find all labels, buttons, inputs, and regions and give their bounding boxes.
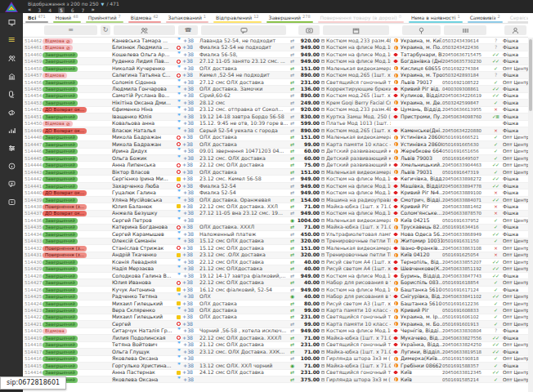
tracking-number[interactable]: 0503243422436 xyxy=(442,44,488,51)
table-row[interactable]: 514462Відмова⊘Каневська Тамара ...*+38Ла… xyxy=(23,38,528,44)
tracking-number[interactable]: 0501691617124 xyxy=(442,287,488,293)
sidebar-item-settings-sliders-icon[interactable] xyxy=(0,139,23,157)
tab-прийнятий[interactable]: Прийнятий7 xyxy=(83,13,126,23)
header-barcode-icon[interactable] xyxy=(444,25,486,35)
tracking-number[interactable]: 0501691631150 xyxy=(442,238,488,244)
client-phone[interactable]: +38 xyxy=(177,176,199,182)
tracking-number[interactable]: 20450636715475 xyxy=(442,51,488,58)
table-row[interactable]: 514427ЗавершенийЮлия Иванова+3822.12 смс… xyxy=(23,279,528,286)
client-phone[interactable]: +38 xyxy=(177,287,199,293)
pagination-page-5[interactable]: 5 xyxy=(58,7,65,13)
header-chat-icon[interactable] xyxy=(201,25,286,35)
client-phone[interactable]: *+38 xyxy=(177,51,199,58)
table-row[interactable]: 514440ДО Возврат ок...Гуцалюк Галина*+38… xyxy=(23,189,528,196)
table-row[interactable]: 514414ЗавершенийАнна Пастернак+3824.12 с… xyxy=(23,370,528,376)
tracking-number[interactable]: 0501691606102 xyxy=(442,314,488,320)
sidebar-item-video-tutorials-icon[interactable] xyxy=(0,193,23,211)
tab-нема-в-наявності[interactable]: Нема в наявності1 xyxy=(406,13,465,23)
table-row[interactable]: 514443ЗавершенийВіктор Власов+38ОЛХ дост… xyxy=(23,169,528,176)
client-phone[interactable]: *+38 xyxy=(177,307,199,314)
tracking-number[interactable]: 0501691649507 xyxy=(442,155,488,162)
table-row[interactable]: 514453ЗавершенийНікітіна Оксана Дми...*+… xyxy=(23,100,528,106)
table-row[interactable]: 514421ЗавершенийСергей+38⇄99.00Карта пам… xyxy=(23,321,528,327)
sidebar-item-board-icon[interactable] xyxy=(0,13,23,31)
tracking-number[interactable]: 20450633824250 xyxy=(442,341,488,348)
client-phone[interactable]: +38 xyxy=(177,301,199,307)
client-phone[interactable]: *+38 xyxy=(177,363,199,369)
tracking-number[interactable]: 0501691637952 xyxy=(442,217,488,224)
table-row[interactable]: 514454ЗавершенийСамотій Руслана Во...*+3… xyxy=(23,93,528,100)
client-phone[interactable]: *+38 xyxy=(177,148,199,154)
client-phone[interactable]: *+38 xyxy=(177,210,199,216)
header-pin-icon[interactable] xyxy=(402,25,441,35)
header-person-icon[interactable] xyxy=(504,25,526,35)
pagination-page-7[interactable]: 7 xyxy=(81,7,86,13)
client-phone[interactable]: +38 xyxy=(177,335,199,341)
client-phone[interactable]: *+38 xyxy=(177,86,199,92)
tracking-number[interactable]: 20450634226619 xyxy=(442,92,488,99)
table-row[interactable]: 514437ДО Возврат ок...Анжела Безушку*+38… xyxy=(23,211,528,217)
table-row[interactable]: 514417ЗавершенийОльга Глущук*+3823.12 см… xyxy=(23,349,528,355)
tracking-number[interactable]: 0501691590818 xyxy=(442,355,488,362)
client-phone[interactable]: *+38 xyxy=(177,100,199,106)
tracking-number[interactable]: 20450633898272 xyxy=(442,176,488,182)
client-phone[interactable]: *+38 xyxy=(177,92,199,99)
table-row[interactable]: 514439ЗавершенийУляна Мусійовська*+38ОЛХ… xyxy=(23,197,528,203)
table-row[interactable]: 514415ЗавершенийГоргулько Христина...*+3… xyxy=(23,363,528,369)
client-phone[interactable]: +38 xyxy=(177,44,199,51)
client-phone[interactable]: +38 xyxy=(177,224,199,230)
table-row[interactable]: 514456ЗавершенийСоломія Сідонна*+3827.12… xyxy=(23,79,528,86)
tracking-number[interactable]: 0503242893184 xyxy=(442,72,488,78)
pagination-page-3[interactable]: 3 xyxy=(37,7,42,13)
tracking-number[interactable]: 20450633855207 xyxy=(442,259,488,265)
client-phone[interactable]: *+38 xyxy=(177,127,199,134)
tracking-number[interactable]: 0501691665630 xyxy=(442,141,488,148)
scrollbar-thumb[interactable] xyxy=(529,39,532,111)
sidebar-item-payments-icon[interactable] xyxy=(0,85,23,103)
tracking-number[interactable]: 20450636613955 xyxy=(442,106,488,113)
header-money-icon[interactable] xyxy=(298,25,320,35)
tracking-number[interactable]: 20450633863108 xyxy=(442,245,488,252)
sidebar-item-feedback-icon[interactable] xyxy=(0,175,23,193)
client-phone[interactable]: *+38 xyxy=(177,79,199,86)
sidebar-item-info-icon[interactable] xyxy=(0,157,23,175)
tab-відмова[interactable]: Відмова42 xyxy=(126,13,163,23)
client-phone[interactable]: +38 xyxy=(177,245,199,252)
tracking-number[interactable]: 20450633830804 xyxy=(442,327,488,334)
table-row[interactable]: 514425ЗавершенийРадченко Тетяна*+38ОЛХ◉4… xyxy=(23,293,528,300)
tracking-number[interactable]: 20450633827556 xyxy=(442,335,488,341)
sidebar-item-orders-list-icon[interactable]: ≡ xyxy=(0,31,23,49)
client-phone[interactable]: *+38 xyxy=(177,349,199,355)
tracking-number[interactable]: 0501691588357 xyxy=(442,363,488,369)
table-row[interactable]: 514413ЗавершенийЯковлева Оксана*+38⇄375.… xyxy=(23,376,528,383)
client-phone[interactable]: *+38 xyxy=(177,327,199,334)
table-row[interactable]: 514441ЗавершенийЗахарченко Люба+38Фиалка… xyxy=(23,183,528,189)
client-phone[interactable]: +38 xyxy=(177,183,199,189)
table-row[interactable]: 514442ЗавершенийСергієнко Ірина Ми...+38… xyxy=(23,176,528,182)
tracking-number[interactable]: 20450633884071 xyxy=(442,197,488,203)
tab-самовивіз[interactable]: Самовивіз2 xyxy=(465,13,505,23)
table-row[interactable]: 514451ЗавершенийІващенко Юлія*+3819.12 1… xyxy=(23,114,528,120)
client-phone[interactable]: *+38 xyxy=(177,38,199,44)
table-row[interactable]: 514433ЗавершенийОлексій Семанін*+3815.12… xyxy=(23,238,528,245)
client-phone[interactable]: +38 xyxy=(177,252,199,258)
table-row[interactable]: 514429ЗавершенийНадія Мерзаєва*+3821.12 … xyxy=(23,265,528,272)
client-phone[interactable]: *+38 xyxy=(177,114,199,120)
client-phone[interactable]: *+38 xyxy=(177,265,199,272)
sidebar-item-warehouse-icon[interactable] xyxy=(0,67,23,85)
table-row[interactable]: 514446ЗавершенийИрина Дидух*+3809.01 зве… xyxy=(23,149,528,155)
vertical-scrollbar[interactable] xyxy=(528,38,533,392)
client-phone[interactable]: +38 xyxy=(177,58,199,65)
sidebar-item-clients-icon[interactable] xyxy=(0,49,23,67)
table-row[interactable]: 514416ЗавершенийЯковлева Оксана*+38⇄100.… xyxy=(23,356,528,363)
table-row[interactable]: 514461Відмова⊘Близнюк Людмила ...+38Фиал… xyxy=(23,44,528,51)
table-row[interactable]: 514418ЗавершенийТетяна Войтович*+3821.12… xyxy=(23,342,528,349)
table-row[interactable]: 514445ЗавершенийОльга Божик*+3823.12 смс… xyxy=(23,155,528,162)
tracking-number[interactable]: 0501691634416 xyxy=(442,224,488,230)
tracking-number[interactable]: 0501691625054 xyxy=(442,252,488,258)
tracking-number[interactable]: 20450633847743 xyxy=(442,273,488,279)
table-row[interactable]: 514426ЗавершенийКучук Антонина+3816.12 с… xyxy=(23,287,528,293)
table-row[interactable]: 514457ВідмоваСалегина Татьяна С...+38Кем… xyxy=(23,72,528,78)
table-row[interactable]: 514438Повернення (з...Юлия Баланюк+3822.… xyxy=(23,203,528,210)
table-row[interactable]: 514420ВідмоваСитарчук Наталія Гр...*+38Ч… xyxy=(23,328,528,335)
